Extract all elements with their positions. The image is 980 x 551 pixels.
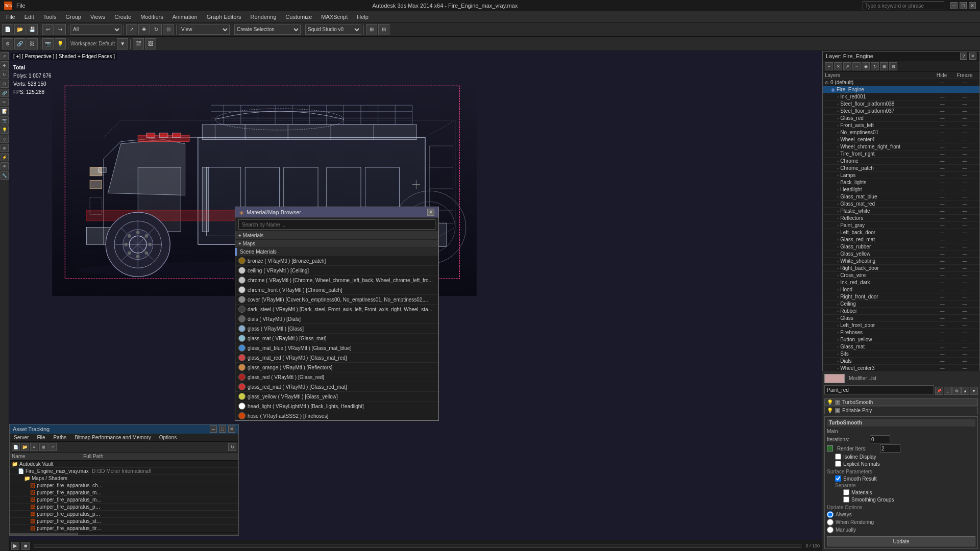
layer-item[interactable]: ⊙0 (default)—— [823, 79, 979, 86]
layer-item[interactable]: ◦Right_back_door—— [823, 265, 979, 272]
menu-create[interactable]: Create [110, 13, 135, 21]
search-input[interactable] [863, 1, 944, 10]
layer-freeze-check[interactable]: — [952, 309, 977, 314]
layer-hide-check[interactable]: — [933, 159, 952, 164]
layer-item[interactable]: ◦Wheel_center4—— [823, 136, 979, 143]
layer-freeze-check[interactable]: — [952, 344, 977, 349]
tb-align[interactable]: ⊞ [366, 24, 377, 35]
layer-freeze-check[interactable]: — [952, 159, 977, 164]
layer-tb-add[interactable]: → [852, 62, 861, 70]
layer-freeze-check[interactable]: — [952, 323, 977, 328]
material-item[interactable]: glass_red ( VRayMtl ) [Glass_red] [235, 372, 438, 382]
layer-item[interactable]: ◦Wheel_center3—— [823, 365, 979, 371]
layer-hide-check[interactable]: — [933, 209, 952, 214]
layer-freeze-check[interactable]: — [952, 187, 977, 192]
asset-menu-file[interactable]: File [35, 434, 47, 441]
layer-tb-highlight[interactable]: ◉ [862, 62, 870, 70]
layer-freeze-check[interactable]: — [952, 337, 977, 342]
sidebar-scale[interactable]: ⊡ [1, 80, 9, 88]
layer-freeze-check[interactable]: — [952, 316, 977, 321]
menu-maxscript[interactable]: MAXScript [317, 13, 352, 21]
material-item[interactable]: hose ( VRayFastSSS2 ) [Firehoses] [235, 411, 438, 420]
material-item[interactable]: dials ( VRayMtl ) [Dials] [235, 314, 438, 324]
vp-play[interactable]: ▶ [11, 542, 19, 550]
layer-hide-check[interactable]: — [933, 187, 952, 192]
menu-customize[interactable]: Customize [281, 13, 316, 21]
layer-hide-check[interactable]: — [933, 166, 952, 171]
minimize-button[interactable]: ─ [950, 2, 958, 9]
material-color-swatch[interactable] [824, 374, 845, 383]
layer-freeze-check[interactable]: — [952, 252, 977, 257]
asset-tb-list[interactable]: ≡ [30, 443, 38, 451]
layer-hide-check[interactable]: — [933, 330, 952, 335]
material-item[interactable]: glass_orange ( VRayMtl ) [Reflectors] [235, 363, 438, 372]
layer-item[interactable]: ◦Chrome_patch—— [823, 165, 979, 172]
menu-edit[interactable]: Edit [20, 13, 38, 21]
asset-menu-options[interactable]: Options [157, 434, 179, 441]
layer-hide-check[interactable]: — [933, 316, 952, 321]
layer-hide-check[interactable]: — [933, 273, 952, 278]
layer-item[interactable]: ◦Steel_floor_platform038—— [823, 101, 979, 108]
layer-item[interactable]: ◦Glass_mat_red—— [823, 201, 979, 208]
layer-freeze-check[interactable]: — [952, 287, 977, 292]
sidebar-paint[interactable]: ✏ [1, 98, 9, 106]
layer-freeze-check[interactable]: — [952, 294, 977, 299]
sidebar-move[interactable]: ✚ [1, 61, 9, 69]
layer-freeze-check[interactable]: — [952, 173, 977, 178]
layer-item[interactable]: ◦Sits—— [823, 350, 979, 358]
layer-hide-check[interactable]: — [933, 323, 952, 328]
asset-item[interactable]: 🖼pumper_fire_apparatus_paint_diffuse.png [10, 511, 238, 518]
layer-freeze-check[interactable]: — [952, 244, 977, 249]
asset-maximize[interactable]: □ [219, 425, 226, 433]
layer-freeze-check[interactable]: — [952, 237, 977, 242]
layer-tb-select[interactable]: ↗ [843, 62, 851, 70]
layer-hide-check[interactable]: — [933, 223, 952, 228]
view-dropdown[interactable]: View [179, 24, 230, 35]
layer-item[interactable]: ◦Front_axis_left—— [823, 122, 979, 129]
mat-section-maps[interactable]: + Maps [235, 240, 438, 248]
tb-save[interactable]: 💾 [27, 24, 38, 35]
asset-item[interactable]: 🖼pumper_fire_apparatus_manometers_diffus… [10, 489, 238, 496]
material-item[interactable]: cover (VRayMtl) [Cover,No_emptiness00, N… [235, 295, 438, 305]
layer-hide-check[interactable]: — [933, 87, 952, 92]
tb-redo[interactable]: ↪ [55, 24, 66, 35]
layer-item[interactable]: ◦Left_front_door—— [823, 322, 979, 329]
material-item[interactable]: chrome ( VRayMtl ) [Chrome, Wheel_chrome… [235, 276, 438, 285]
layer-item[interactable]: ◦Ink_red001—— [823, 93, 979, 101]
layer-hide-check[interactable]: — [933, 123, 952, 128]
sidebar-display[interactable]: 👁 [1, 162, 9, 170]
material-item[interactable]: glass_mat_blue ( VRayMtl ) [Glass_mat_bl… [235, 343, 438, 353]
ts-smoothing-groups-checkbox[interactable] [843, 496, 849, 503]
squid-studio[interactable]: Squid Studio v0 [305, 24, 361, 35]
layer-hide-check[interactable]: — [933, 216, 952, 221]
layer-list[interactable]: ⊙0 (default)——◉Fire_Engine——◦Ink_red001—… [823, 79, 979, 371]
layer-item[interactable]: ◦Dials—— [823, 358, 979, 365]
ts-always-radio[interactable] [827, 511, 834, 518]
layer-hide-check[interactable]: — [933, 309, 952, 314]
tb-mirror[interactable]: ⊟ [378, 24, 389, 35]
material-item[interactable]: glass_yellow ( VRayMtl ) [Glass_yellow] [235, 392, 438, 402]
tb-select[interactable]: ↗ [126, 24, 137, 35]
layer-item[interactable]: ◦Right_front_door—— [823, 293, 979, 300]
sidebar-link[interactable]: 🔗 [1, 89, 9, 97]
layer-freeze-check[interactable]: — [952, 194, 977, 199]
layer-hide-check[interactable]: — [933, 344, 952, 349]
layer-hide-check[interactable]: — [933, 173, 952, 178]
layer-item[interactable]: ◦No_emptiness01—— [823, 129, 979, 136]
layer-hide-check[interactable]: — [933, 102, 952, 107]
layer-item[interactable]: ◦Ceiling—— [823, 300, 979, 308]
layer-item[interactable]: ◦Plastic_white—— [823, 208, 979, 215]
asset-menu-bitmap[interactable]: Bitmap Performance and Memory [72, 434, 153, 441]
layer-hide-check[interactable]: — [933, 144, 952, 149]
layer-freeze-check[interactable]: — [952, 180, 977, 185]
sidebar-select[interactable]: ↗ [1, 52, 9, 60]
asset-tb-help[interactable]: ? [48, 443, 57, 451]
layer-freeze-check[interactable]: — [952, 102, 977, 107]
asset-minimize[interactable]: ─ [210, 425, 217, 433]
tb-open[interactable]: 📂 [14, 24, 26, 35]
layer-hide-check[interactable]: — [933, 366, 952, 371]
sidebar-dynamics[interactable]: ⚡ [1, 153, 9, 161]
layer-hide-check[interactable]: — [933, 266, 952, 271]
asset-tb-new[interactable]: 📄 [12, 443, 20, 451]
tb2-workspace-dropdown[interactable]: ▼ [117, 38, 128, 49]
